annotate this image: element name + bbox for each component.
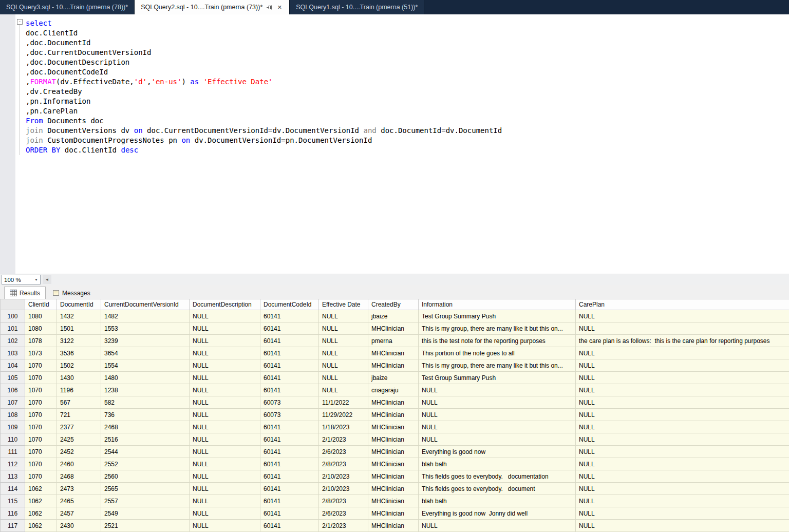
grid-cell[interactable]: 1062 — [25, 483, 57, 495]
grid-cell[interactable]: 11/29/2022 — [319, 409, 368, 421]
grid-cell[interactable]: 567 — [57, 396, 101, 409]
grid-cell[interactable]: 1502 — [57, 359, 101, 372]
row-number[interactable]: 112 — [1, 458, 25, 470]
grid-cell[interactable]: 2465 — [57, 495, 101, 507]
grid-cell[interactable]: 2/1/2023 — [319, 520, 368, 532]
grid-cell[interactable]: MHClinician — [368, 359, 419, 372]
row-number[interactable]: 102 — [1, 335, 25, 347]
grid-cell[interactable]: MHClinician — [368, 520, 419, 532]
grid-cell[interactable]: blah balh — [419, 458, 576, 470]
grid-cell[interactable]: NULL — [319, 335, 368, 347]
row-number[interactable]: 100 — [1, 310, 25, 322]
hscroll-left-arrow[interactable]: ◄ — [43, 275, 51, 284]
grid-cell[interactable]: NULL — [190, 458, 260, 470]
grid-cell[interactable]: Everything is good now — [419, 446, 576, 458]
grid-cell[interactable]: NULL — [319, 347, 368, 359]
grid-cell[interactable]: NULL — [190, 421, 260, 433]
grid-cell[interactable]: NULL — [190, 507, 260, 520]
column-header[interactable]: Effective Date — [319, 299, 368, 310]
grid-cell[interactable]: 1070 — [25, 433, 57, 446]
grid-cell[interactable]: 60141 — [260, 322, 319, 335]
grid-cell[interactable]: the care plan is as follows: this is the… — [576, 335, 789, 347]
grid-cell[interactable]: NULL — [419, 433, 576, 446]
column-header[interactable]: DocumentDescription — [190, 299, 260, 310]
grid-cell[interactable]: 60141 — [260, 421, 319, 433]
grid-cell[interactable]: NULL — [576, 433, 789, 446]
grid-cell[interactable]: 1553 — [101, 322, 190, 335]
grid-cell[interactable]: 2460 — [57, 458, 101, 470]
grid-cell[interactable]: NULL — [576, 507, 789, 520]
grid-cell[interactable]: 3654 — [101, 347, 190, 359]
grid-cell[interactable]: 1062 — [25, 507, 57, 520]
grid-cell[interactable]: 1070 — [25, 359, 57, 372]
row-number[interactable]: 115 — [1, 495, 25, 507]
grid-cell[interactable]: NULL — [319, 322, 368, 335]
grid-cell[interactable]: 582 — [101, 396, 190, 409]
grid-cell[interactable]: 1070 — [25, 446, 57, 458]
grid-cell[interactable]: 2/6/2023 — [319, 446, 368, 458]
grid-cell[interactable]: 2544 — [101, 446, 190, 458]
row-number[interactable]: 105 — [1, 372, 25, 384]
grid-cell[interactable]: 60141 — [260, 384, 319, 396]
grid-cell[interactable]: 1062 — [25, 520, 57, 532]
grid-cell[interactable]: NULL — [190, 433, 260, 446]
grid-cell[interactable]: 60141 — [260, 458, 319, 470]
grid-cell[interactable]: Test Group Summary Push — [419, 310, 576, 322]
grid-cell[interactable]: NULL — [419, 520, 576, 532]
grid-cell[interactable]: NULL — [576, 421, 789, 433]
grid-cell[interactable]: NULL — [576, 446, 789, 458]
grid-cell[interactable]: 60141 — [260, 359, 319, 372]
grid-cell[interactable]: NULL — [576, 396, 789, 409]
grid-cell[interactable]: jbaize — [368, 372, 419, 384]
grid-cell[interactable]: 2560 — [101, 470, 190, 483]
grid-cell[interactable]: This fields goes to everybody. documenta… — [419, 470, 576, 483]
grid-cell[interactable]: MHClinician — [368, 458, 419, 470]
grid-cell[interactable]: 60141 — [260, 483, 319, 495]
grid-cell[interactable]: 2430 — [57, 520, 101, 532]
grid-cell[interactable]: NULL — [190, 335, 260, 347]
grid-cell[interactable]: this is the test note for the reporting … — [419, 335, 576, 347]
grid-cell[interactable]: NULL — [190, 347, 260, 359]
grid-cell[interactable]: 2468 — [101, 421, 190, 433]
grid-cell[interactable]: 2468 — [57, 470, 101, 483]
grid-cell[interactable]: 1070 — [25, 421, 57, 433]
sql-editor[interactable]: - selectdoc.ClientId,doc.DocumentId,doc.… — [0, 14, 789, 274]
grid-cell[interactable]: 2/8/2023 — [319, 495, 368, 507]
row-number[interactable]: 104 — [1, 359, 25, 372]
column-header[interactable]: CurrentDocumentVersionId — [101, 299, 190, 310]
row-number[interactable]: 111 — [1, 446, 25, 458]
close-icon[interactable]: ✕ — [276, 4, 283, 11]
grid-cell[interactable]: 1070 — [25, 458, 57, 470]
grid-cell[interactable]: MHClinician — [368, 495, 419, 507]
pin-icon[interactable] — [266, 4, 273, 11]
grid-cell[interactable]: 1432 — [57, 310, 101, 322]
grid-cell[interactable]: 60141 — [260, 347, 319, 359]
grid-cell[interactable]: NULL — [319, 372, 368, 384]
zoom-combobox[interactable]: 100 % ▼ — [2, 275, 41, 284]
grid-cell[interactable]: This is my group, there are many like it… — [419, 359, 576, 372]
editor-tab-1[interactable]: SQLQuery3.sql - 10....Train (pmerna (78)… — [0, 0, 135, 14]
grid-cell[interactable]: 1073 — [25, 347, 57, 359]
grid-cell[interactable]: NULL — [319, 384, 368, 396]
grid-cell[interactable]: 2516 — [101, 433, 190, 446]
tab-messages[interactable]: Messages — [47, 287, 96, 299]
grid-cell[interactable]: 1070 — [25, 384, 57, 396]
grid-cell[interactable]: 60141 — [260, 507, 319, 520]
grid-cell[interactable]: NULL — [419, 421, 576, 433]
grid-cell[interactable]: MHClinician — [368, 421, 419, 433]
row-number[interactable]: 110 — [1, 433, 25, 446]
grid-cell[interactable]: MHClinician — [368, 470, 419, 483]
row-number[interactable]: 101 — [1, 322, 25, 335]
grid-cell[interactable]: MHClinician — [368, 347, 419, 359]
grid-cell[interactable]: 60073 — [260, 409, 319, 421]
grid-cell[interactable]: MHClinician — [368, 433, 419, 446]
grid-cell[interactable]: pmerna — [368, 335, 419, 347]
grid-cell[interactable]: NULL — [576, 409, 789, 421]
grid-cell[interactable]: NULL — [576, 483, 789, 495]
grid-cell[interactable]: This is my group, there are many like it… — [419, 322, 576, 335]
grid-cell[interactable]: 1430 — [57, 372, 101, 384]
grid-cell[interactable]: 1070 — [25, 372, 57, 384]
grid-cell[interactable]: 1501 — [57, 322, 101, 335]
grid-cell[interactable]: Test Group Summary Push — [419, 372, 576, 384]
grid-cell[interactable]: MHClinician — [368, 483, 419, 495]
